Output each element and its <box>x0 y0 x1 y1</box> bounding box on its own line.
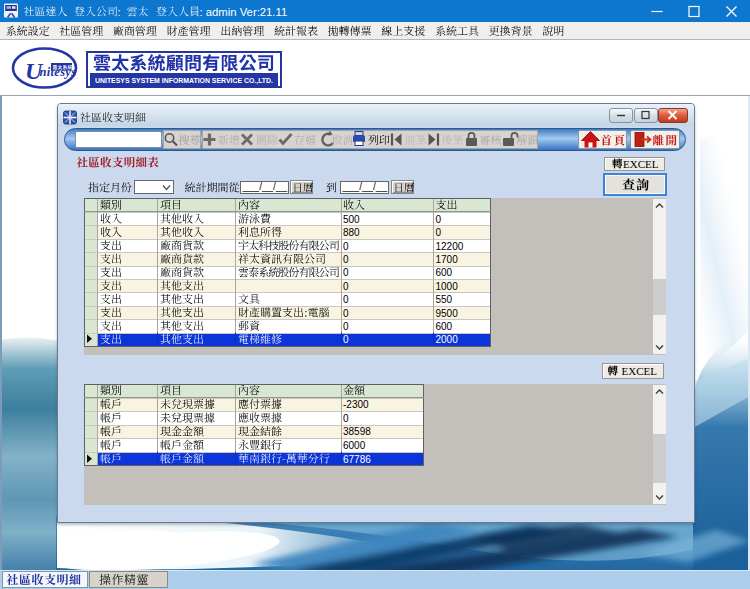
svg-text:: admin Ver:21.11: : admin Ver:21.11 <box>200 6 288 18</box>
svg-text:0: 0 <box>343 321 349 332</box>
svg-text:0: 0 <box>436 214 442 225</box>
svg-text:0: 0 <box>343 281 349 292</box>
svg-text:67786: 67786 <box>343 454 371 465</box>
svg-text:6000: 6000 <box>343 440 366 451</box>
svg-text:0: 0 <box>343 294 349 305</box>
svg-text:38598: 38598 <box>343 426 371 437</box>
svg-text:600: 600 <box>436 321 453 332</box>
svg-text:600: 600 <box>436 267 453 278</box>
svg-text:12200: 12200 <box>436 241 464 252</box>
svg-text:1000: 1000 <box>436 281 459 292</box>
svg-text:880: 880 <box>343 227 360 238</box>
svg-text:-2300: -2300 <box>343 399 369 410</box>
svg-text:0: 0 <box>436 227 442 238</box>
svg-text:___/__/__: ___/__/__ <box>242 181 288 192</box>
svg-text::: : <box>118 6 121 18</box>
svg-text:0: 0 <box>343 413 349 424</box>
svg-text:___/__/__: ___/__/__ <box>342 181 388 192</box>
svg-text:UNITESYS SYSTEM INFORMATION SE: UNITESYS SYSTEM INFORMATION SERVICE CO.,… <box>95 76 273 85</box>
svg-text:EXCEL: EXCEL <box>623 158 659 170</box>
svg-text:9500: 9500 <box>436 308 459 319</box>
svg-text:0: 0 <box>343 334 349 345</box>
svg-text:550: 550 <box>436 294 453 305</box>
svg-text:500: 500 <box>343 214 360 225</box>
svg-text:1700: 1700 <box>436 254 459 265</box>
svg-text:0: 0 <box>343 241 349 252</box>
svg-text:0: 0 <box>343 308 349 319</box>
svg-text:2000: 2000 <box>436 334 459 345</box>
svg-text:EXCEL: EXCEL <box>622 365 658 377</box>
svg-text:0: 0 <box>343 267 349 278</box>
svg-text:0: 0 <box>343 254 349 265</box>
